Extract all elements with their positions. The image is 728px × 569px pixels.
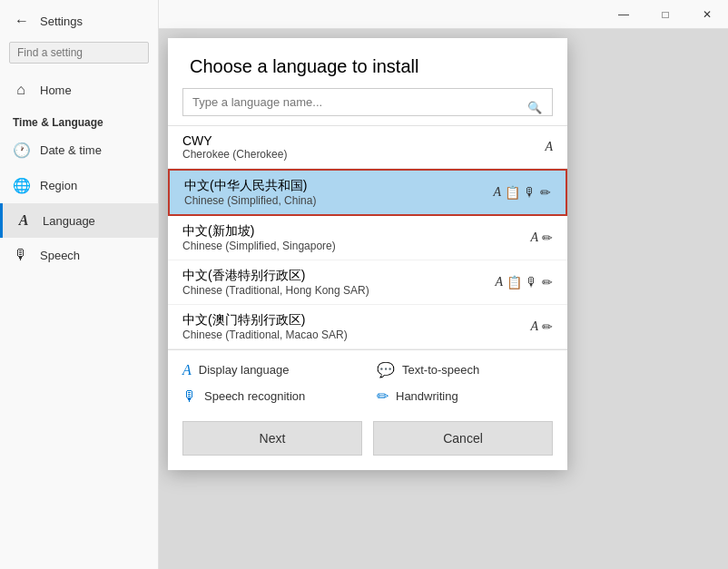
region-icon: 🌐 (13, 177, 29, 194)
display-language-icon: A (182, 362, 192, 378)
lang-icon-text: A (545, 140, 553, 154)
lang-icon-pen: ✏ (542, 275, 553, 289)
features-section: A Display language 💬 Text-to-speech 🎙 Sp… (168, 349, 567, 412)
language-item-cherokee[interactable]: CWY Cherokee (Cherokee) A (168, 126, 567, 169)
lang-code: 中文(澳门特别行政区) (182, 312, 348, 329)
lang-icon-copy: 📋 (507, 275, 522, 289)
lang-icon-pen: ✏ (540, 185, 551, 200)
sidebar-title: Settings (40, 15, 83, 28)
dialog-buttons: Next Cancel (168, 412, 567, 470)
sidebar-item-label: Speech (40, 249, 80, 262)
cancel-button[interactable]: Cancel (373, 421, 553, 456)
sidebar-search-input[interactable] (9, 42, 149, 64)
lang-icon-text: A (493, 185, 501, 200)
dialog-overlay: Choose a language to install 🔍 CWY Chero… (159, 29, 728, 569)
language-list: CWY Cherokee (Cherokee) A 中文(中华人民共和国) Ch… (168, 125, 567, 349)
lang-icons: A 📋 🎙 ✏ (495, 275, 553, 289)
sidebar: ← Settings ⌂ Home Time & Language 🕐 Date… (0, 0, 159, 569)
window-chrome: — □ ✕ (159, 0, 728, 29)
lang-code: 中文(新加坡) (182, 223, 336, 240)
sidebar-item-label: Region (40, 179, 77, 192)
sidebar-item-home[interactable]: ⌂ Home (0, 73, 158, 107)
language-item-chinese-traditional-macao[interactable]: 中文(澳门特别行政区) Chinese (Traditional, Macao … (168, 305, 567, 349)
language-icon: A (15, 212, 32, 229)
sidebar-item-date-time[interactable]: 🕐 Date & time (0, 132, 158, 168)
lang-name: Chinese (Traditional, Hong Kong SAR) (182, 284, 369, 297)
sidebar-item-label: Language (43, 214, 95, 228)
lang-icon-mic: 🎙 (526, 275, 538, 289)
lang-icon-text: A (530, 231, 538, 245)
minimize-button[interactable]: — (603, 0, 644, 29)
back-button[interactable]: ← (11, 11, 33, 31)
lang-name: Chinese (Simplified, China) (184, 194, 316, 207)
feature-speech-recognition: 🎙 Speech recognition (182, 388, 359, 405)
main-content: — □ ✕ Language er will appear in this an… (159, 0, 728, 569)
lang-icon-text: A (530, 319, 538, 334)
lang-icons: A 📋 🎙 ✏ (493, 185, 551, 200)
lang-icon-pen: ✏ (542, 231, 553, 245)
sidebar-item-language[interactable]: A Language (0, 203, 158, 238)
sidebar-item-region[interactable]: 🌐 Region (0, 168, 158, 203)
lang-icon-pen: ✏ (542, 319, 553, 334)
tts-icon: 💬 (377, 361, 395, 378)
lang-code: 中文(香港特别行政区) (182, 268, 369, 284)
sidebar-item-label: Date & time (40, 143, 102, 157)
feature-handwriting: ✏ Handwriting (377, 388, 553, 405)
lang-code: CWY (182, 133, 287, 148)
language-item-chinese-simplified-singapore[interactable]: 中文(新加坡) Chinese (Simplified, Singapore) … (168, 216, 567, 260)
feature-label: Text-to-speech (402, 363, 479, 377)
next-button[interactable]: Next (182, 421, 362, 456)
sidebar-top: ← Settings (0, 0, 158, 38)
search-language-wrap: 🔍 (168, 88, 567, 125)
feature-label: Handwriting (396, 389, 458, 403)
lang-name: Cherokee (Cherokee) (182, 148, 287, 161)
lang-icon-mic: 🎙 (524, 185, 536, 200)
lang-name: Chinese (Simplified, Singapore) (182, 240, 336, 252)
lang-icons: A ✏ (530, 319, 553, 334)
choose-language-dialog: Choose a language to install 🔍 CWY Chero… (168, 38, 567, 470)
language-item-chinese-simplified-china[interactable]: 中文(中华人民共和国) Chinese (Simplified, China) … (168, 169, 567, 216)
feature-label: Display language (199, 363, 290, 377)
speech-icon: 🎙 (13, 247, 29, 263)
handwriting-icon: ✏ (377, 388, 389, 405)
maximize-button[interactable]: □ (644, 0, 686, 29)
lang-code: 中文(中华人民共和国) (184, 178, 316, 194)
feature-tts: 💬 Text-to-speech (377, 361, 553, 378)
sidebar-item-label: Home (40, 83, 72, 97)
search-icon: 🔍 (527, 100, 542, 113)
lang-icons: A ✏ (530, 231, 553, 245)
lang-name: Chinese (Traditional, Macao SAR) (182, 329, 348, 341)
dialog-header: Choose a language to install (168, 38, 567, 88)
close-button[interactable]: ✕ (686, 0, 728, 29)
language-item-chinese-traditional-hk[interactable]: 中文(香港特别行政区) Chinese (Traditional, Hong K… (168, 260, 567, 305)
lang-icon-copy: 📋 (505, 185, 520, 200)
section-header-time-language: Time & Language (0, 107, 158, 132)
feature-label: Speech recognition (204, 389, 305, 403)
dialog-title: Choose a language to install (190, 56, 546, 77)
search-language-input[interactable] (182, 88, 553, 116)
sidebar-item-speech[interactable]: 🎙 Speech (0, 238, 158, 272)
feature-display-language: A Display language (182, 361, 359, 378)
lang-icon-text: A (495, 275, 503, 289)
lang-icons: A (545, 140, 553, 154)
home-icon: ⌂ (13, 82, 29, 98)
speech-recognition-icon: 🎙 (182, 388, 197, 405)
date-time-icon: 🕐 (13, 142, 29, 159)
